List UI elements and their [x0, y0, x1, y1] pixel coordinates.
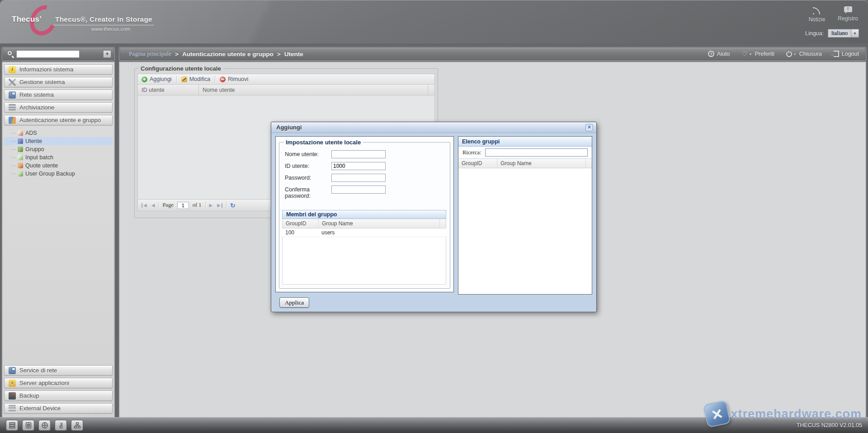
paging-separator [226, 202, 226, 209]
dialog-close-button[interactable]: × [585, 124, 593, 131]
dialog-title: Aggiungi [276, 124, 302, 131]
tools-icon [9, 79, 16, 86]
sidebar-item-rete-sistema[interactable]: Rete sistema [4, 90, 113, 100]
nome-utente-field[interactable] [331, 150, 386, 158]
auth-submenu: ADS Utente Gruppo Input batch Quote uten… [4, 128, 113, 181]
external-device-icon [9, 405, 16, 412]
sidebar-item-backup[interactable]: Backup [4, 390, 113, 401]
add-icon [142, 76, 147, 82]
sidebar-item-gestione-sistema[interactable]: Gestione sistema [4, 77, 113, 87]
notizie-button[interactable]: Notizie [809, 6, 826, 23]
sidebar-header-bar: + [2, 48, 114, 60]
submenu-item-input-batch[interactable]: Input batch [4, 153, 113, 162]
group-icon [18, 147, 23, 152]
users-icon [9, 117, 16, 124]
language-select-value[interactable]: Italiano [828, 29, 851, 38]
submenu-label: Quote utente [25, 162, 58, 169]
last-page-button[interactable]: ▶ [216, 203, 222, 208]
group-members-header: Membri del gruppo [282, 210, 446, 219]
server-status-icon[interactable] [6, 420, 18, 431]
conferma-password-field[interactable] [331, 186, 386, 194]
disk-status-icon[interactable] [22, 420, 34, 431]
submenu-item-utente[interactable]: Utente [4, 137, 113, 145]
edit-icon [181, 76, 187, 82]
submenu-item-gruppo[interactable]: Gruppo [4, 145, 113, 153]
submenu-label: Utente [25, 138, 42, 144]
logout-button[interactable]: Logout [834, 51, 859, 57]
language-select-arrow[interactable]: ▼ [851, 29, 859, 38]
ads-icon [18, 130, 23, 136]
sidebar-item-informazioni-sistema[interactable]: Informazioni sistema [4, 64, 113, 75]
members-grid-body [282, 237, 446, 285]
sidebar-item-external-device[interactable]: External Device [4, 403, 113, 414]
first-page-button[interactable]: ◀ [142, 203, 148, 208]
aiuto-label: Aiuto [717, 51, 730, 57]
column-header-groupid[interactable]: GroupID [283, 219, 319, 228]
group-members-panel: Membri del gruppo GroupID Group Name 100… [282, 210, 446, 285]
prev-page-button[interactable]: ◀ [151, 203, 155, 208]
breadcrumb-separator: > [175, 51, 179, 57]
storage-icon [9, 104, 16, 111]
user-grid-header: ID utente Nome utente [137, 85, 435, 95]
sidebar-item-autenticazione[interactable]: Autenticazione utente e gruppo [4, 115, 113, 125]
sidebar-search-input[interactable] [16, 50, 80, 58]
preferiti-button[interactable]: ♡ ▼ Preferiti [741, 51, 774, 57]
modifica-label: Modifica [189, 76, 211, 82]
sidebar-expand-button[interactable]: + [103, 50, 111, 58]
aggiungi-button[interactable]: Aggiungi [140, 76, 173, 83]
info-icon [9, 66, 16, 73]
batch-icon [18, 155, 23, 160]
column-header-nome-utente[interactable]: Nome utente [199, 85, 428, 95]
notizie-label: Notizie [809, 16, 826, 23]
breadcrumb-separator: > [277, 51, 281, 57]
submenu-label: ADS [25, 130, 37, 136]
toolbar-separator [176, 76, 177, 83]
column-header-id-utente[interactable]: ID utente [138, 85, 199, 95]
page-number-input[interactable] [177, 202, 189, 209]
password-field[interactable] [331, 174, 386, 182]
column-header-groupname[interactable]: Group Name [497, 159, 586, 168]
sidebar-item-label: External Device [19, 405, 61, 412]
dialog-titlebar[interactable]: Aggiungi [271, 122, 596, 133]
registro-label: Registro [838, 15, 858, 22]
remove-icon [220, 76, 226, 82]
network-status-icon[interactable] [71, 420, 83, 431]
fan-status-icon[interactable] [38, 420, 51, 431]
user-settings-fieldset: Impostazione utente locale Nome utente: … [279, 139, 450, 289]
rimuovi-button[interactable]: Rimuovi [218, 76, 250, 83]
applica-button[interactable]: Applica [279, 297, 309, 308]
group-search-input[interactable] [485, 148, 588, 157]
paging-separator [205, 202, 206, 209]
modifica-button[interactable]: Modifica [180, 76, 212, 83]
header-tagline: Thecus®, Creator In Storage [53, 15, 154, 25]
row-spacer [440, 228, 446, 237]
app-header: Thecus’ Thecus®, Creator In Storage www.… [0, 0, 868, 43]
next-page-button[interactable]: ▶ [209, 203, 213, 208]
quota-icon [18, 163, 23, 168]
column-header-spacer [586, 159, 592, 168]
sidebar-item-server-applicazioni[interactable]: Server applicazioni [4, 378, 113, 388]
temperature-status-icon[interactable] [55, 420, 67, 431]
log-bubble-icon [844, 6, 852, 12]
sidebar-item-archiviazione[interactable]: Archiviazione [4, 102, 113, 113]
submenu-label: User Group Backup [25, 171, 75, 177]
sidebar-item-service-di-rete[interactable]: Service di rete [4, 365, 113, 376]
submenu-label: Input batch [25, 154, 53, 161]
registro-button[interactable]: Registro [838, 6, 858, 23]
page-label: Page [162, 202, 173, 209]
column-header-groupid[interactable]: GroupID [458, 159, 497, 168]
id-utente-field[interactable] [331, 162, 386, 170]
breadcrumb-home-link[interactable]: Pagina principale [129, 50, 171, 57]
members-grid-row[interactable]: 100 users [282, 228, 446, 237]
column-header-spacer [440, 219, 446, 228]
user-form-panel: Impostazione utente locale Nome utente: … [275, 136, 454, 292]
column-header-groupname[interactable]: Group Name [319, 219, 440, 228]
submenu-item-user-group-backup[interactable]: User Group Backup [4, 170, 113, 178]
group-list-panel: Elenco gruppi Ricerca: GroupID Group Nam… [458, 136, 592, 295]
refresh-icon[interactable]: ↻ [230, 202, 236, 209]
aiuto-button[interactable]: ? Aiuto [708, 51, 730, 57]
power-icon [786, 51, 792, 57]
chiusura-button[interactable]: ▼ Chiusura [786, 51, 822, 57]
submenu-item-ads[interactable]: ADS [4, 129, 113, 137]
submenu-item-quote-utente[interactable]: Quote utente [4, 162, 113, 170]
